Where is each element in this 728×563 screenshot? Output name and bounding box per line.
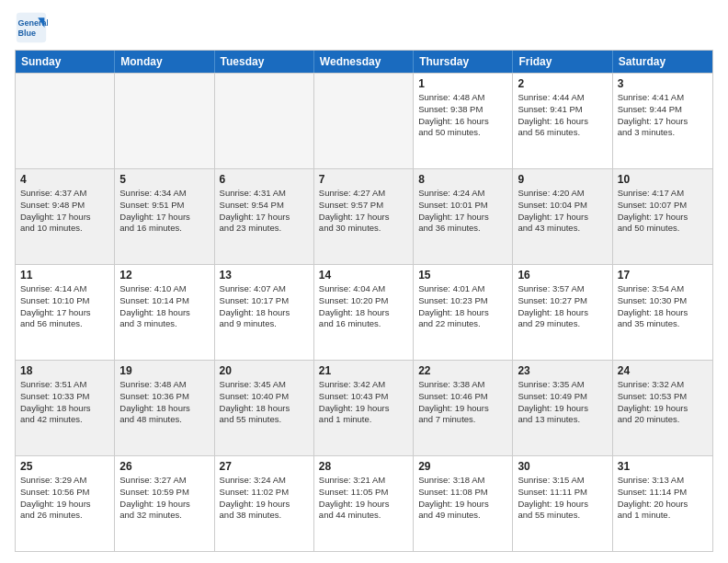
calendar: SundayMondayTuesdayWednesdayThursdayFrid… bbox=[15, 50, 713, 552]
calendar-cell: 4Sunrise: 4:37 AM Sunset: 9:48 PM Daylig… bbox=[16, 169, 115, 264]
day-info: Sunrise: 4:01 AM Sunset: 10:23 PM Daylig… bbox=[418, 283, 507, 330]
day-info: Sunrise: 3:18 AM Sunset: 11:08 PM Daylig… bbox=[418, 475, 507, 522]
calendar-cell: 17Sunrise: 3:54 AM Sunset: 10:30 PM Dayl… bbox=[613, 265, 712, 360]
day-number: 10 bbox=[618, 173, 708, 186]
calendar-row: 1Sunrise: 4:48 AM Sunset: 9:38 PM Daylig… bbox=[16, 73, 712, 168]
day-info: Sunrise: 4:20 AM Sunset: 10:04 PM Daylig… bbox=[518, 188, 607, 235]
day-info: Sunrise: 3:27 AM Sunset: 10:59 PM Daylig… bbox=[119, 475, 209, 522]
calendar-header-cell: Friday bbox=[513, 51, 612, 73]
day-number: 7 bbox=[319, 173, 408, 186]
day-info: Sunrise: 3:32 AM Sunset: 10:53 PM Daylig… bbox=[618, 379, 708, 426]
day-number: 12 bbox=[119, 269, 209, 282]
day-info: Sunrise: 3:21 AM Sunset: 11:05 PM Daylig… bbox=[319, 475, 408, 522]
calendar-cell: 31Sunrise: 3:13 AM Sunset: 11:14 PM Dayl… bbox=[613, 456, 712, 551]
day-number: 13 bbox=[220, 269, 309, 282]
svg-text:Blue: Blue bbox=[18, 29, 37, 38]
calendar-cell: 13Sunrise: 4:07 AM Sunset: 10:17 PM Dayl… bbox=[215, 265, 314, 360]
calendar-cell: 16Sunrise: 3:57 AM Sunset: 10:27 PM Dayl… bbox=[513, 265, 612, 360]
day-number: 19 bbox=[119, 364, 209, 377]
calendar-cell: 28Sunrise: 3:21 AM Sunset: 11:05 PM Dayl… bbox=[314, 456, 414, 551]
day-number: 22 bbox=[418, 364, 507, 377]
calendar-cell: 7Sunrise: 4:27 AM Sunset: 9:57 PM Daylig… bbox=[314, 169, 414, 264]
day-info: Sunrise: 3:54 AM Sunset: 10:30 PM Daylig… bbox=[618, 283, 708, 330]
calendar-cell: 8Sunrise: 4:24 AM Sunset: 10:01 PM Dayli… bbox=[414, 169, 513, 264]
calendar-header-cell: Wednesday bbox=[314, 51, 414, 73]
day-number: 21 bbox=[319, 364, 408, 377]
day-info: Sunrise: 4:41 AM Sunset: 9:44 PM Dayligh… bbox=[618, 92, 708, 139]
calendar-header-cell: Tuesday bbox=[215, 51, 314, 73]
calendar-cell: 26Sunrise: 3:27 AM Sunset: 10:59 PM Dayl… bbox=[115, 456, 214, 551]
day-info: Sunrise: 3:15 AM Sunset: 11:11 PM Daylig… bbox=[518, 475, 607, 522]
calendar-cell: 25Sunrise: 3:29 AM Sunset: 10:56 PM Dayl… bbox=[16, 456, 115, 551]
day-number: 28 bbox=[319, 460, 408, 473]
day-number: 2 bbox=[518, 77, 607, 90]
calendar-row: 11Sunrise: 4:14 AM Sunset: 10:10 PM Dayl… bbox=[16, 264, 712, 360]
calendar-header: SundayMondayTuesdayWednesdayThursdayFrid… bbox=[16, 51, 712, 73]
day-info: Sunrise: 4:37 AM Sunset: 9:48 PM Dayligh… bbox=[20, 188, 109, 235]
day-number: 17 bbox=[618, 269, 708, 282]
day-info: Sunrise: 3:24 AM Sunset: 11:02 PM Daylig… bbox=[220, 475, 309, 522]
calendar-cell: 10Sunrise: 4:17 AM Sunset: 10:07 PM Dayl… bbox=[613, 169, 712, 264]
day-info: Sunrise: 3:29 AM Sunset: 10:56 PM Daylig… bbox=[20, 475, 109, 522]
day-info: Sunrise: 4:04 AM Sunset: 10:20 PM Daylig… bbox=[319, 283, 408, 330]
day-number: 9 bbox=[518, 173, 607, 186]
day-number: 3 bbox=[618, 77, 708, 90]
day-number: 31 bbox=[618, 460, 708, 473]
day-number: 23 bbox=[518, 364, 607, 377]
day-number: 5 bbox=[119, 173, 209, 186]
page: General Blue SundayMondayTuesdayWednesda… bbox=[0, 0, 728, 563]
calendar-cell: 9Sunrise: 4:20 AM Sunset: 10:04 PM Dayli… bbox=[513, 169, 612, 264]
logo-icon: General Blue bbox=[15, 11, 48, 44]
day-number: 16 bbox=[518, 269, 607, 282]
day-number: 11 bbox=[20, 269, 109, 282]
day-info: Sunrise: 3:51 AM Sunset: 10:33 PM Daylig… bbox=[20, 379, 109, 426]
day-info: Sunrise: 4:17 AM Sunset: 10:07 PM Daylig… bbox=[618, 188, 708, 235]
day-info: Sunrise: 4:27 AM Sunset: 9:57 PM Dayligh… bbox=[319, 188, 408, 235]
day-info: Sunrise: 4:48 AM Sunset: 9:38 PM Dayligh… bbox=[418, 92, 507, 139]
day-info: Sunrise: 4:14 AM Sunset: 10:10 PM Daylig… bbox=[20, 283, 109, 330]
day-info: Sunrise: 3:13 AM Sunset: 11:14 PM Daylig… bbox=[618, 475, 708, 522]
day-number: 8 bbox=[418, 173, 507, 186]
calendar-row: 4Sunrise: 4:37 AM Sunset: 9:48 PM Daylig… bbox=[16, 168, 712, 264]
day-number: 26 bbox=[119, 460, 209, 473]
day-info: Sunrise: 4:34 AM Sunset: 9:51 PM Dayligh… bbox=[119, 188, 209, 235]
day-info: Sunrise: 4:10 AM Sunset: 10:14 PM Daylig… bbox=[119, 283, 209, 330]
logo: General Blue bbox=[15, 11, 51, 44]
day-number: 14 bbox=[319, 269, 408, 282]
calendar-cell bbox=[16, 74, 115, 168]
day-number: 24 bbox=[618, 364, 708, 377]
day-info: Sunrise: 3:45 AM Sunset: 10:40 PM Daylig… bbox=[220, 379, 309, 426]
calendar-cell bbox=[115, 74, 214, 168]
day-number: 25 bbox=[20, 460, 109, 473]
calendar-body: 1Sunrise: 4:48 AM Sunset: 9:38 PM Daylig… bbox=[16, 73, 712, 551]
calendar-cell: 19Sunrise: 3:48 AM Sunset: 10:36 PM Dayl… bbox=[115, 361, 214, 455]
calendar-header-cell: Sunday bbox=[16, 51, 115, 73]
calendar-cell: 27Sunrise: 3:24 AM Sunset: 11:02 PM Dayl… bbox=[215, 456, 314, 551]
calendar-row: 25Sunrise: 3:29 AM Sunset: 10:56 PM Dayl… bbox=[16, 455, 712, 551]
day-number: 1 bbox=[418, 77, 507, 90]
day-info: Sunrise: 4:31 AM Sunset: 9:54 PM Dayligh… bbox=[220, 188, 309, 235]
calendar-cell: 5Sunrise: 4:34 AM Sunset: 9:51 PM Daylig… bbox=[115, 169, 214, 264]
day-number: 4 bbox=[20, 173, 109, 186]
calendar-cell: 30Sunrise: 3:15 AM Sunset: 11:11 PM Dayl… bbox=[513, 456, 612, 551]
calendar-cell: 11Sunrise: 4:14 AM Sunset: 10:10 PM Dayl… bbox=[16, 265, 115, 360]
calendar-cell: 3Sunrise: 4:41 AM Sunset: 9:44 PM Daylig… bbox=[613, 74, 712, 168]
day-info: Sunrise: 4:07 AM Sunset: 10:17 PM Daylig… bbox=[220, 283, 309, 330]
header: General Blue bbox=[15, 11, 713, 44]
day-info: Sunrise: 3:48 AM Sunset: 10:36 PM Daylig… bbox=[119, 379, 209, 426]
calendar-cell: 15Sunrise: 4:01 AM Sunset: 10:23 PM Dayl… bbox=[414, 265, 513, 360]
day-info: Sunrise: 3:42 AM Sunset: 10:43 PM Daylig… bbox=[319, 379, 408, 426]
day-info: Sunrise: 4:44 AM Sunset: 9:41 PM Dayligh… bbox=[518, 92, 607, 139]
calendar-cell: 18Sunrise: 3:51 AM Sunset: 10:33 PM Dayl… bbox=[16, 361, 115, 455]
day-number: 27 bbox=[220, 460, 309, 473]
calendar-cell: 14Sunrise: 4:04 AM Sunset: 10:20 PM Dayl… bbox=[314, 265, 414, 360]
day-info: Sunrise: 3:38 AM Sunset: 10:46 PM Daylig… bbox=[418, 379, 507, 426]
calendar-cell: 22Sunrise: 3:38 AM Sunset: 10:46 PM Dayl… bbox=[414, 361, 513, 455]
calendar-cell: 1Sunrise: 4:48 AM Sunset: 9:38 PM Daylig… bbox=[414, 74, 513, 168]
calendar-header-cell: Saturday bbox=[613, 51, 712, 73]
calendar-cell: 29Sunrise: 3:18 AM Sunset: 11:08 PM Dayl… bbox=[414, 456, 513, 551]
calendar-row: 18Sunrise: 3:51 AM Sunset: 10:33 PM Dayl… bbox=[16, 360, 712, 455]
calendar-cell: 2Sunrise: 4:44 AM Sunset: 9:41 PM Daylig… bbox=[513, 74, 612, 168]
day-number: 20 bbox=[220, 364, 309, 377]
day-info: Sunrise: 4:24 AM Sunset: 10:01 PM Daylig… bbox=[418, 188, 507, 235]
